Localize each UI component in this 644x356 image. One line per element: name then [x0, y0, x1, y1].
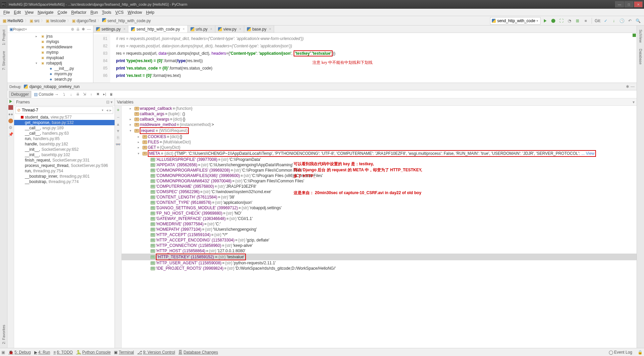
menu-view[interactable]: View	[23, 9, 36, 15]
run-to-cursor-icon[interactable]: ▸|	[101, 91, 108, 97]
duplicate-icon[interactable]: ⎘	[117, 135, 119, 140]
var-row[interactable]: ≡ callback_args = {tuple} : ()	[122, 111, 637, 117]
var-row[interactable]: ▾≡ META = {dict} {'TMP': 'C:\\Users\\CHE…	[122, 150, 637, 157]
down-icon[interactable]: ▼	[116, 129, 120, 133]
chevron-down-icon[interactable]: ▾	[25, 28, 27, 31]
var-row[interactable]: ▸≡ GET = {QueryDict}	[122, 145, 637, 150]
profile-button[interactable]: ◔	[566, 17, 573, 24]
stop-button[interactable]: ■	[582, 17, 589, 24]
menu-navigate[interactable]: Navigate	[36, 9, 55, 15]
settings-icon[interactable]: ✱	[82, 27, 85, 32]
hide-icon[interactable]: —	[631, 84, 635, 89]
inspection-indicator[interactable]	[633, 34, 636, 37]
search-button[interactable]: 🔍	[635, 17, 641, 24]
var-row[interactable]: ▸≡ callback_kwargs = {dict} {}	[122, 117, 637, 122]
resume-icon[interactable]	[9, 100, 12, 103]
run-button[interactable]	[542, 17, 549, 24]
run-config-selector[interactable]: send_http_with_code ▾	[490, 17, 541, 25]
editor-tab[interactable]: settings.py×	[93, 26, 128, 33]
editor-tab[interactable]: urls.py×	[188, 26, 215, 33]
event-log[interactable]: ◯ Event Log	[609, 350, 632, 355]
var-row[interactable]: ▾≡ request = {WSGIRequest}	[122, 127, 637, 134]
frame-row[interactable]: __bootstrap, threading.py:774	[14, 179, 115, 184]
tree-item[interactable]: ◆myorm.py	[7, 71, 93, 77]
status-debug[interactable]: 🐞 5: Debug	[8, 350, 31, 355]
crumb-2[interactable]: ▣ testcode	[46, 18, 66, 23]
menu-code[interactable]: Code	[55, 9, 69, 15]
var-row[interactable]: 01 'HTTP_CONNECTION' (115858960) = {str}…	[122, 243, 637, 248]
menu-run[interactable]: Run	[88, 9, 100, 15]
var-row[interactable]: ▸≡ FILES = {MultiValueDict}	[122, 139, 637, 145]
git-commit-button[interactable]: ↓	[610, 17, 617, 24]
editor-tab[interactable]: view.py×	[215, 26, 244, 33]
variables-tree[interactable]: ▸≡ wrapped_callback = {function} ≡ callb…	[122, 106, 637, 348]
var-row[interactable]: 01 'HTTP_HOST' (115858864) = {str} '127.…	[122, 248, 637, 254]
frame-row[interactable]: __bootstrap_inner, threading.py:801	[14, 174, 115, 179]
show-tool-windows-icon[interactable]: ▣	[1, 350, 5, 355]
tree-item[interactable]: ▣mylogs	[7, 39, 93, 44]
status-terminal[interactable]: ▣ Terminal	[114, 350, 134, 355]
menu-help[interactable]: Help	[144, 9, 157, 15]
menu-tools[interactable]: Tools	[100, 9, 113, 15]
lock-icon[interactable]: 🔒	[638, 350, 643, 355]
minimize-button[interactable]: —	[615, 1, 624, 7]
var-row[interactable]: 01 'COMMONPROGRAMW6432' (39970048) = {st…	[122, 178, 637, 184]
status-run[interactable]: ▶ 4: Run	[34, 350, 50, 355]
frame-row[interactable]: handle, basehttp.py:182	[14, 141, 115, 147]
var-row[interactable]: 01 'COMPUTERNAME' (39576800) = {str} 'JR…	[122, 184, 637, 189]
tool-structure[interactable]: 7: Structure	[2, 50, 6, 72]
settings-icon[interactable]: ⚙	[8, 125, 13, 130]
hide-icon[interactable]: —	[87, 27, 91, 32]
thread-selector[interactable]: ⊘ Thread-7 ▾ ◂▸	[15, 106, 113, 114]
git-revert-button[interactable]: ↶	[627, 17, 633, 24]
frame-row[interactable]: __init__, basehttp.py:102	[14, 152, 115, 158]
view-breakpoints-icon[interactable]: ●●	[8, 112, 13, 117]
git-history-button[interactable]: 🕓	[618, 17, 625, 24]
tree-item[interactable]: ▣mymiddleware	[7, 44, 93, 50]
tree-item[interactable]: ◆search.py	[7, 77, 93, 82]
remove-watch-icon[interactable]: −	[117, 115, 119, 120]
code-lines[interactable]: # res = requests.post(url, json=input_di…	[110, 34, 637, 83]
step-into-my-icon[interactable]: ⇊	[75, 91, 81, 97]
scroll-from-source-icon[interactable]: ⊕	[71, 27, 74, 32]
add-watch-icon[interactable]: +	[117, 107, 119, 113]
breadcrumb[interactable]: ▣ HelloNG〉▣ src〉▣ testcode〉▣ djangoTest〉…	[3, 18, 151, 23]
tree-item[interactable]: ▾▣robappdj	[7, 60, 93, 66]
var-row[interactable]: ▸≡ COOKIES = {dict} {}	[122, 134, 637, 139]
show-watches-icon[interactable]: 👓	[116, 142, 121, 147]
tool-favorites[interactable]: 2: Favorites	[2, 323, 6, 345]
project-tree[interactable]: ▸▣jrss▣mylogs▣mymiddleware▣mytmp▣myuploa…	[7, 33, 93, 83]
tool-project[interactable]: 1: Project	[2, 28, 6, 46]
frame-row[interactable]: get_response, base.py:132	[14, 120, 115, 125]
menu-edit[interactable]: Edit	[12, 9, 23, 15]
frame-row[interactable]: run, threading.py:754	[14, 168, 115, 174]
tree-item[interactable]: ▣mytmp	[7, 50, 93, 55]
tool-database[interactable]: Database	[639, 47, 643, 66]
var-row[interactable]: 01 'HTTP_USER_AGENT' (115859008) = {str}…	[122, 260, 637, 266]
crumb-1[interactable]: ▣ src	[30, 18, 40, 23]
var-row[interactable]: ▸≡ middleware_method = {instancemethod} …	[122, 122, 637, 127]
git-update-button[interactable]: ✓	[602, 17, 609, 24]
close-button[interactable]: ✕	[634, 1, 643, 7]
var-row[interactable]: 01 'FP_NO_HOST_CHECK' (39969880) = {str}…	[122, 211, 637, 216]
frames-list[interactable]: student_data, view.py:577get_response, b…	[14, 115, 115, 348]
mute-breakpoints-icon[interactable]	[8, 119, 13, 123]
var-row[interactable]: ▸≡ wrapped_callback = {function}	[122, 106, 637, 111]
settings-icon[interactable]: ✱	[626, 84, 629, 89]
var-row[interactable]: 01 'HOMEDRIVE' (39977584) = {str} 'C:'	[122, 221, 637, 227]
step-over-icon[interactable]: ⤵	[61, 91, 67, 97]
tree-item[interactable]: ▸▣jrss	[7, 34, 93, 39]
tool-sciview[interactable]: SciView	[639, 28, 643, 44]
maximize-button[interactable]: □	[625, 1, 633, 7]
crumb-0[interactable]: ▣ HelloNG	[3, 18, 24, 23]
menu-refactor[interactable]: Refactor	[69, 9, 88, 15]
editor-tab[interactable]: send_http_with_code.py×	[128, 26, 187, 33]
concurrency-button[interactable]: ⊞	[574, 17, 581, 24]
pin-icon[interactable]: 📌	[8, 132, 13, 137]
frame-row[interactable]: student_data, view.py:577	[14, 115, 115, 120]
step-out-icon[interactable]: ↑	[88, 91, 94, 97]
up-icon[interactable]: ▲	[116, 122, 120, 127]
step-into-icon[interactable]: ↓	[68, 91, 74, 97]
frame-row[interactable]: __call__, handlers.py:63	[14, 131, 115, 136]
menu-vcs[interactable]: VCS	[113, 9, 126, 15]
